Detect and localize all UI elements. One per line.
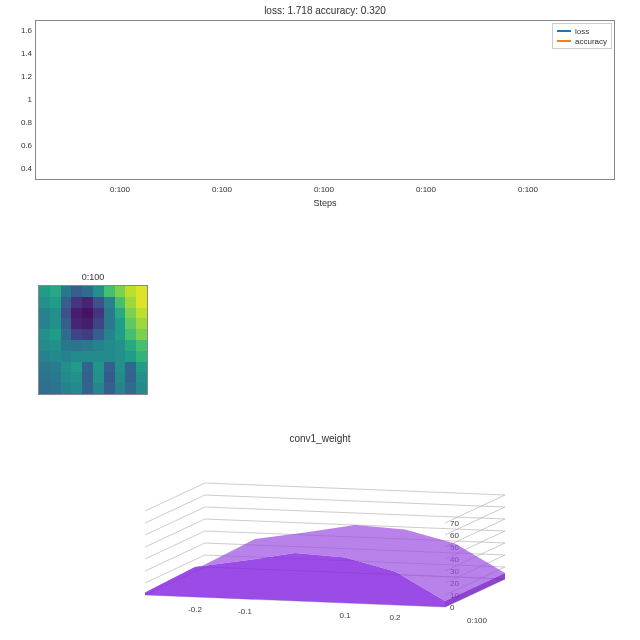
y-tick: 1.6 <box>21 26 32 35</box>
heatmap-cell <box>82 329 93 340</box>
heatmap-cell <box>125 297 136 308</box>
legend-color-loss <box>557 30 571 32</box>
svg-text:-0.1: -0.1 <box>238 607 252 616</box>
legend-label-accuracy: accuracy <box>575 37 607 46</box>
heatmap-cell <box>39 297 50 308</box>
heatmap-cell <box>115 362 126 373</box>
heatmap-cell <box>82 362 93 373</box>
heatmap-cell <box>115 318 126 329</box>
legend: loss accuracy <box>552 23 612 49</box>
metrics-line-chart: loss: 1.718 accuracy: 0.320 loss accurac… <box>35 20 615 180</box>
heatmap-cell <box>39 372 50 383</box>
heatmap-cell <box>104 372 115 383</box>
heatmap-cell <box>71 351 82 362</box>
heatmap-cell <box>136 329 147 340</box>
heatmap-cell <box>50 308 61 319</box>
heatmap-chart: 0:100 <box>38 272 148 395</box>
heatmap-cell <box>125 383 136 394</box>
heatmap-cell <box>125 351 136 362</box>
heatmap-cell <box>71 329 82 340</box>
heatmap-cell <box>125 340 136 351</box>
heatmap-cell <box>93 297 104 308</box>
heatmap-cell <box>82 308 93 319</box>
y-tick: 1 <box>28 95 32 104</box>
heatmap-cell <box>93 383 104 394</box>
heatmap-cell <box>50 297 61 308</box>
heatmap-cell <box>61 383 72 394</box>
heatmap-cell <box>115 286 126 297</box>
heatmap-cell <box>71 362 82 373</box>
heatmap-cell <box>115 308 126 319</box>
x-tick: 0:100 <box>314 185 334 194</box>
heatmap-cell <box>115 372 126 383</box>
heatmap-cell <box>93 372 104 383</box>
heatmap-cell <box>125 286 136 297</box>
hist3d-svg: 010203040506070-0.2-0.10.10.20:100 <box>105 445 535 625</box>
heatmap-cell <box>71 318 82 329</box>
heatmap-cell <box>50 329 61 340</box>
heatmap-cell <box>82 372 93 383</box>
svg-line-30 <box>145 495 205 523</box>
heatmap-cell <box>115 340 126 351</box>
heatmap-cell <box>82 383 93 394</box>
svg-line-28 <box>145 519 205 547</box>
heatmap-cell <box>71 372 82 383</box>
legend-item-loss: loss <box>557 26 607 36</box>
heatmap-cell <box>61 286 72 297</box>
x-tick: 0:100 <box>518 185 538 194</box>
heatmap-cell <box>93 286 104 297</box>
heatmap-cell <box>93 308 104 319</box>
legend-label-loss: loss <box>575 27 589 36</box>
heatmap-cell <box>104 329 115 340</box>
heatmap-cell <box>136 286 147 297</box>
heatmap-cell <box>39 340 50 351</box>
y-tick: 1.4 <box>21 49 32 58</box>
heatmap-cell <box>93 318 104 329</box>
heatmap-cell <box>39 351 50 362</box>
svg-text:0:100: 0:100 <box>467 616 488 625</box>
heatmap-cell <box>136 362 147 373</box>
heatmap-cell <box>61 372 72 383</box>
y-tick: 0.8 <box>21 118 32 127</box>
heatmap-cell <box>125 372 136 383</box>
heatmap-cell <box>39 308 50 319</box>
x-tick: 0:100 <box>212 185 232 194</box>
heatmap-cell <box>93 329 104 340</box>
heatmap-cell <box>115 351 126 362</box>
y-tick: 0.6 <box>21 141 32 150</box>
heatmap-cell <box>71 383 82 394</box>
heatmap-title: 0:100 <box>38 272 148 282</box>
heatmap-cell <box>136 297 147 308</box>
heatmap-cell <box>39 362 50 373</box>
heatmap-cell <box>104 340 115 351</box>
heatmap-cell <box>39 286 50 297</box>
heatmap-cell <box>104 318 115 329</box>
heatmap-cell <box>125 362 136 373</box>
heatmap-cell <box>82 351 93 362</box>
heatmap-cell <box>93 362 104 373</box>
heatmap-cell <box>39 329 50 340</box>
heatmap-cell <box>104 362 115 373</box>
legend-color-accuracy <box>557 40 571 42</box>
svg-text:0.2: 0.2 <box>389 613 401 622</box>
heatmap-cell <box>61 308 72 319</box>
heatmap-cell <box>50 362 61 373</box>
weight-3d-histogram: conv1_weight 010203040506070-0.2-0.10.10… <box>105 445 535 625</box>
heatmap-cell <box>39 318 50 329</box>
heatmap-cell <box>93 351 104 362</box>
x-tick: 0:100 <box>110 185 130 194</box>
svg-line-15 <box>205 507 505 519</box>
heatmap-cell <box>136 383 147 394</box>
heatmap-cell <box>61 329 72 340</box>
heatmap-cell <box>136 340 147 351</box>
heatmap-cell <box>50 318 61 329</box>
heatmap-cell <box>82 340 93 351</box>
heatmap-cell <box>136 372 147 383</box>
heatmap-cell <box>104 383 115 394</box>
svg-line-18 <box>205 495 505 507</box>
heatmap-cell <box>136 308 147 319</box>
heatmap-cell <box>136 351 147 362</box>
heatmap-cell <box>104 297 115 308</box>
x-axis-label: Steps <box>35 198 615 208</box>
svg-line-31 <box>145 483 205 511</box>
